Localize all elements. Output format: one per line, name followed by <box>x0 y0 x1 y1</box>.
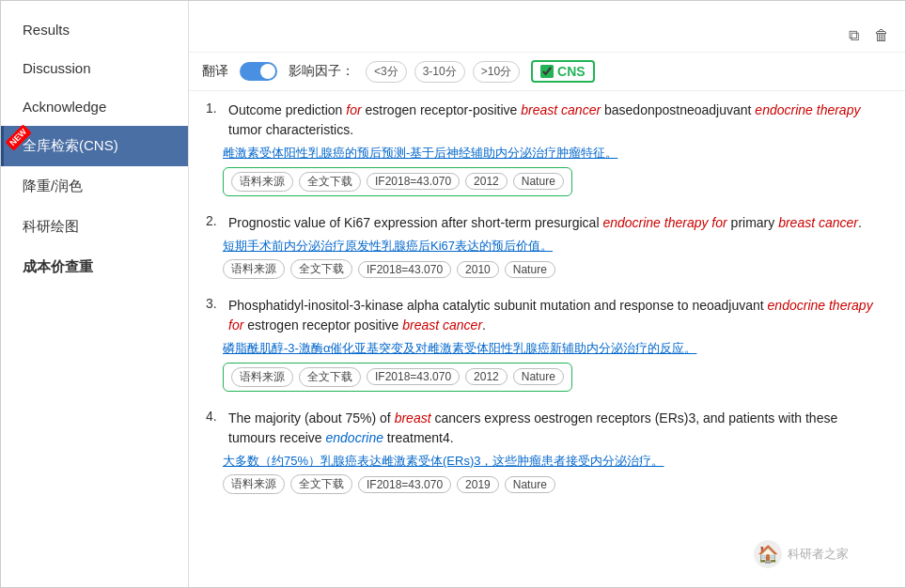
sidebar-item-3[interactable]: NEW全库检索(CNS) <box>1 126 188 166</box>
sidebar-item-label-2: Acknowledge <box>23 99 106 115</box>
result-title-row-2: 3.Phosphatidyl-inositol-3-kinase alpha c… <box>206 296 888 335</box>
top-bar-icons: ⧉ 🗑 <box>843 25 892 46</box>
tag-1-4[interactable]: Nature <box>505 261 555 278</box>
tag-0-4[interactable]: Nature <box>513 173 564 190</box>
result-title-3: The majority (about 75%) of breast cance… <box>228 409 888 448</box>
tag-1-2[interactable]: IF2018=43.070 <box>358 261 451 278</box>
result-chinese-2: 磷脂酰肌醇-3-激酶α催化亚基突变及对雌激素受体阳性乳腺癌新辅助内分泌治疗的反应… <box>223 339 888 358</box>
sidebar-item-0[interactable]: Results <box>1 10 188 49</box>
result-tags-2: 语料来源全文下载IF2018=43.0702012Nature <box>223 363 572 392</box>
tag-0-1[interactable]: 全文下载 <box>299 172 361 192</box>
result-num-1: 2. <box>206 213 223 228</box>
tag-2-4[interactable]: Nature <box>513 368 564 385</box>
result-tags-3: 语料来源全文下载IF2018=43.0702019Nature <box>223 474 888 494</box>
result-num-2: 3. <box>206 296 223 311</box>
tag-2-3[interactable]: 2012 <box>465 368 508 385</box>
tag-3-1[interactable]: 全文下载 <box>290 474 352 494</box>
impact-label: 影响因子： <box>289 63 354 80</box>
result-num-0: 1. <box>206 101 223 116</box>
result-chinese-3: 大多数（约75%）乳腺癌表达雌激素受体(ERs)3，这些肿瘤患者接受内分泌治疗。 <box>223 452 888 471</box>
result-tags-0: 语料来源全文下载IF2018=43.0702012Nature <box>223 167 572 196</box>
sidebar-item-label-4: 降重/润色 <box>23 178 83 193</box>
tag-0-0[interactable]: 语料来源 <box>231 172 293 192</box>
copy-icon[interactable]: ⧉ <box>843 25 864 46</box>
result-item-1: 2.Prognostic value of Ki67 expression af… <box>206 213 888 280</box>
if-option-mid[interactable]: 3-10分 <box>414 61 465 83</box>
translate-toggle[interactable] <box>240 62 277 81</box>
tag-3-0[interactable]: 语料来源 <box>223 474 285 494</box>
result-title-row-0: 1.Outcome prediction for estrogen recept… <box>206 101 888 140</box>
tag-1-0[interactable]: 语料来源 <box>223 259 285 279</box>
delete-icon[interactable]: 🗑 <box>871 25 892 46</box>
result-item-2: 3.Phosphatidyl-inositol-3-kinase alpha c… <box>206 296 888 392</box>
sidebar-item-label-3: 全库检索(CNS) <box>23 137 118 153</box>
result-title-1: Prognostic value of Ki67 expression afte… <box>228 213 862 233</box>
result-title-0: Outcome prediction for estrogen receptor… <box>228 101 888 140</box>
sidebar-item-label-5: 科研绘图 <box>23 218 79 234</box>
result-num-3: 4. <box>206 409 223 424</box>
result-chinese-1: 短期手术前内分泌治疗原发性乳腺癌后Ki67表达的预后价值。 <box>223 237 888 255</box>
cns-checkbox[interactable]: CNS <box>531 60 595 83</box>
result-item-3: 4.The majority (about 75%) of breast can… <box>206 409 888 495</box>
result-item-0: 1.Outcome prediction for estrogen recept… <box>206 101 888 196</box>
cns-check-input[interactable] <box>540 65 554 78</box>
result-chinese-0: 雌激素受体阳性乳腺癌的预后预测-基于后神经辅助内分泌治疗肿瘤特征。 <box>223 144 888 162</box>
tag-3-3[interactable]: 2019 <box>457 476 499 493</box>
tag-3-2[interactable]: IF2018=43.070 <box>358 476 451 493</box>
results-area: 1.Outcome prediction for estrogen recept… <box>189 91 905 587</box>
tag-2-1[interactable]: 全文下载 <box>299 367 361 387</box>
sidebar-item-4[interactable]: 降重/润色 <box>1 166 188 207</box>
result-tags-1: 语料来源全文下载IF2018=43.0702010Nature <box>223 259 888 279</box>
if-option-high[interactable]: >10分 <box>473 61 520 83</box>
sidebar-item-5[interactable]: 科研绘图 <box>1 207 188 247</box>
cns-label: CNS <box>557 64 586 79</box>
if-filter: <3分 3-10分 >10分 <box>366 61 520 83</box>
sidebar-item-6[interactable]: 成本价查重 <box>1 247 188 287</box>
result-title-2: Phosphatidyl-inositol-3-kinase alpha cat… <box>228 296 888 335</box>
app-container: ResultsDiscussionAcknowledgeNEW全库检索(CNS)… <box>0 0 906 588</box>
filter-bar: 翻译 影响因子： <3分 3-10分 >10分 CNS <box>189 53 905 91</box>
tag-1-1[interactable]: 全文下载 <box>290 259 352 279</box>
sidebar-item-label-0: Results <box>23 22 70 38</box>
translate-label: 翻译 <box>202 63 228 80</box>
sidebar: ResultsDiscussionAcknowledgeNEW全库检索(CNS)… <box>1 1 189 587</box>
tag-0-3[interactable]: 2012 <box>465 173 508 190</box>
tag-1-3[interactable]: 2010 <box>457 261 499 278</box>
top-bar: ⧉ 🗑 <box>189 1 905 53</box>
sidebar-item-2[interactable]: Acknowledge <box>1 87 188 126</box>
main-content: ⧉ 🗑 翻译 影响因子： <3分 3-10分 >10分 CNS 1.Outcom… <box>189 1 905 587</box>
result-title-row-3: 4.The majority (about 75%) of breast can… <box>206 409 888 448</box>
tag-2-0[interactable]: 语料来源 <box>231 367 293 387</box>
tag-3-4[interactable]: Nature <box>505 476 555 493</box>
result-title-row-1: 2.Prognostic value of Ki67 expression af… <box>206 213 888 233</box>
tag-0-2[interactable]: IF2018=43.070 <box>367 173 460 190</box>
sidebar-item-1[interactable]: Discussion <box>1 49 188 87</box>
sidebar-item-label-1: Discussion <box>23 60 91 76</box>
if-option-low[interactable]: <3分 <box>366 61 407 83</box>
tag-2-2[interactable]: IF2018=43.070 <box>367 368 460 385</box>
sidebar-item-label-6: 成本价查重 <box>23 258 93 274</box>
